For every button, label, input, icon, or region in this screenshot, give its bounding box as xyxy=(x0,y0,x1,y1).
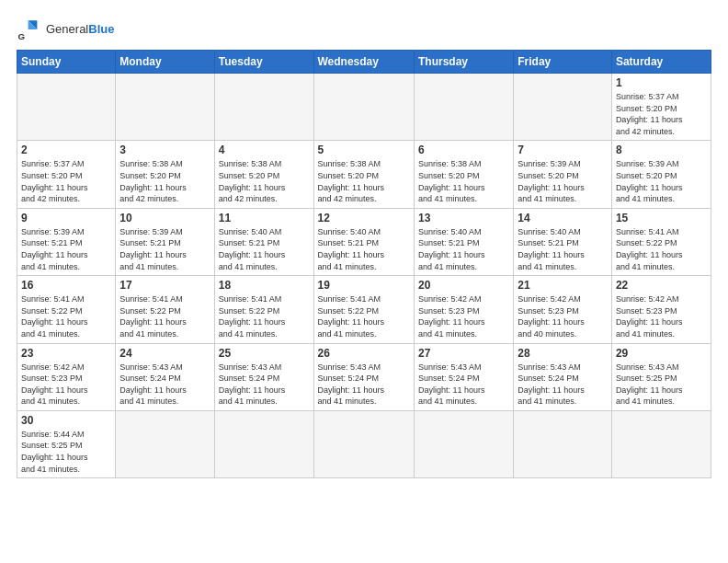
day-info: Sunrise: 5:41 AM Sunset: 5:22 PM Dayligh… xyxy=(616,226,707,272)
logo: G GeneralBlue xyxy=(17,17,114,42)
calendar-cell: 5Sunrise: 5:38 AM Sunset: 5:20 PM Daylig… xyxy=(313,141,414,208)
calendar-week-row: 9Sunrise: 5:39 AM Sunset: 5:21 PM Daylig… xyxy=(17,208,711,275)
calendar-cell: 21Sunrise: 5:42 AM Sunset: 5:23 PM Dayli… xyxy=(514,276,612,343)
calendar-cell xyxy=(514,74,612,141)
day-number: 30 xyxy=(21,414,111,427)
day-info: Sunrise: 5:39 AM Sunset: 5:20 PM Dayligh… xyxy=(616,158,707,204)
day-number: 9 xyxy=(21,212,111,224)
day-number: 28 xyxy=(518,347,608,360)
day-number: 23 xyxy=(21,347,111,360)
day-info: Sunrise: 5:38 AM Sunset: 5:20 PM Dayligh… xyxy=(219,158,310,204)
calendar-cell xyxy=(313,74,414,141)
calendar-cell: 4Sunrise: 5:38 AM Sunset: 5:20 PM Daylig… xyxy=(214,141,313,208)
calendar-cell: 8Sunrise: 5:39 AM Sunset: 5:20 PM Daylig… xyxy=(611,141,711,208)
day-number: 19 xyxy=(318,279,410,292)
day-info: Sunrise: 5:38 AM Sunset: 5:20 PM Dayligh… xyxy=(318,158,410,204)
day-info: Sunrise: 5:43 AM Sunset: 5:24 PM Dayligh… xyxy=(318,362,410,408)
calendar-cell: 7Sunrise: 5:39 AM Sunset: 5:20 PM Daylig… xyxy=(514,141,612,208)
logo-icon: G xyxy=(17,17,42,42)
day-info: Sunrise: 5:42 AM Sunset: 5:23 PM Dayligh… xyxy=(21,362,111,408)
calendar-cell xyxy=(514,410,612,477)
day-number: 20 xyxy=(418,279,509,292)
calendar-cell xyxy=(116,410,214,477)
day-number: 6 xyxy=(418,144,509,156)
day-info: Sunrise: 5:39 AM Sunset: 5:21 PM Dayligh… xyxy=(119,226,210,272)
page: G GeneralBlue Sunday Monday Tuesday Wedn… xyxy=(0,0,728,563)
day-number: 15 xyxy=(616,212,707,224)
day-number: 4 xyxy=(219,144,310,156)
day-number: 7 xyxy=(518,144,608,156)
calendar-cell: 17Sunrise: 5:41 AM Sunset: 5:22 PM Dayli… xyxy=(116,276,214,343)
calendar-cell xyxy=(214,74,313,141)
calendar-cell: 10Sunrise: 5:39 AM Sunset: 5:21 PM Dayli… xyxy=(116,208,214,275)
calendar-cell: 23Sunrise: 5:42 AM Sunset: 5:23 PM Dayli… xyxy=(17,343,116,410)
calendar-cell xyxy=(611,410,711,477)
day-info: Sunrise: 5:37 AM Sunset: 5:20 PM Dayligh… xyxy=(616,91,707,137)
calendar-header-row: Sunday Monday Tuesday Wednesday Thursday… xyxy=(17,51,711,74)
calendar-cell: 11Sunrise: 5:40 AM Sunset: 5:21 PM Dayli… xyxy=(214,208,313,275)
day-info: Sunrise: 5:43 AM Sunset: 5:25 PM Dayligh… xyxy=(616,362,707,408)
day-info: Sunrise: 5:40 AM Sunset: 5:21 PM Dayligh… xyxy=(418,226,509,272)
day-info: Sunrise: 5:39 AM Sunset: 5:20 PM Dayligh… xyxy=(518,158,608,204)
calendar-cell xyxy=(214,410,313,477)
calendar-cell: 6Sunrise: 5:38 AM Sunset: 5:20 PM Daylig… xyxy=(414,141,513,208)
calendar-cell: 24Sunrise: 5:43 AM Sunset: 5:24 PM Dayli… xyxy=(116,343,214,410)
day-number: 29 xyxy=(616,347,707,360)
day-number: 24 xyxy=(119,347,210,360)
calendar-cell: 13Sunrise: 5:40 AM Sunset: 5:21 PM Dayli… xyxy=(414,208,513,275)
calendar-cell: 22Sunrise: 5:42 AM Sunset: 5:23 PM Dayli… xyxy=(611,276,711,343)
calendar-cell xyxy=(17,74,116,141)
day-number: 16 xyxy=(21,279,111,292)
calendar-cell: 20Sunrise: 5:42 AM Sunset: 5:23 PM Dayli… xyxy=(414,276,513,343)
day-info: Sunrise: 5:43 AM Sunset: 5:24 PM Dayligh… xyxy=(119,362,210,408)
day-number: 8 xyxy=(616,144,707,156)
calendar-cell: 12Sunrise: 5:40 AM Sunset: 5:21 PM Dayli… xyxy=(313,208,414,275)
header-wednesday: Wednesday xyxy=(313,51,414,74)
day-number: 13 xyxy=(418,212,509,224)
calendar-week-row: 16Sunrise: 5:41 AM Sunset: 5:22 PM Dayli… xyxy=(17,276,711,343)
day-number: 2 xyxy=(21,144,111,156)
day-info: Sunrise: 5:43 AM Sunset: 5:24 PM Dayligh… xyxy=(418,362,509,408)
calendar-cell xyxy=(313,410,414,477)
calendar-cell: 16Sunrise: 5:41 AM Sunset: 5:22 PM Dayli… xyxy=(17,276,116,343)
calendar-week-row: 1Sunrise: 5:37 AM Sunset: 5:20 PM Daylig… xyxy=(17,74,711,141)
day-info: Sunrise: 5:38 AM Sunset: 5:20 PM Dayligh… xyxy=(418,158,509,204)
calendar-week-row: 2Sunrise: 5:37 AM Sunset: 5:20 PM Daylig… xyxy=(17,141,711,208)
svg-text:G: G xyxy=(17,31,25,41)
calendar-cell: 9Sunrise: 5:39 AM Sunset: 5:21 PM Daylig… xyxy=(17,208,116,275)
day-number: 1 xyxy=(616,76,707,89)
calendar-cell: 27Sunrise: 5:43 AM Sunset: 5:24 PM Dayli… xyxy=(414,343,513,410)
day-info: Sunrise: 5:43 AM Sunset: 5:24 PM Dayligh… xyxy=(518,362,608,408)
calendar-cell: 14Sunrise: 5:40 AM Sunset: 5:21 PM Dayli… xyxy=(514,208,612,275)
day-info: Sunrise: 5:40 AM Sunset: 5:21 PM Dayligh… xyxy=(318,226,410,272)
day-number: 27 xyxy=(418,347,509,360)
calendar-week-row: 23Sunrise: 5:42 AM Sunset: 5:23 PM Dayli… xyxy=(17,343,711,410)
calendar-week-row: 30Sunrise: 5:44 AM Sunset: 5:25 PM Dayli… xyxy=(17,410,711,477)
header-saturday: Saturday xyxy=(611,51,711,74)
calendar-cell xyxy=(414,74,513,141)
day-info: Sunrise: 5:44 AM Sunset: 5:25 PM Dayligh… xyxy=(21,429,111,475)
day-number: 3 xyxy=(119,144,210,156)
calendar-cell: 30Sunrise: 5:44 AM Sunset: 5:25 PM Dayli… xyxy=(17,410,116,477)
calendar-cell: 29Sunrise: 5:43 AM Sunset: 5:25 PM Dayli… xyxy=(611,343,711,410)
calendar-cell xyxy=(116,74,214,141)
calendar-cell: 25Sunrise: 5:43 AM Sunset: 5:24 PM Dayli… xyxy=(214,343,313,410)
day-number: 14 xyxy=(518,212,608,224)
day-info: Sunrise: 5:42 AM Sunset: 5:23 PM Dayligh… xyxy=(616,293,707,339)
day-number: 22 xyxy=(616,279,707,292)
day-info: Sunrise: 5:38 AM Sunset: 5:20 PM Dayligh… xyxy=(119,158,210,204)
day-info: Sunrise: 5:41 AM Sunset: 5:22 PM Dayligh… xyxy=(219,293,310,339)
calendar-cell: 18Sunrise: 5:41 AM Sunset: 5:22 PM Dayli… xyxy=(214,276,313,343)
day-info: Sunrise: 5:41 AM Sunset: 5:22 PM Dayligh… xyxy=(318,293,410,339)
day-info: Sunrise: 5:39 AM Sunset: 5:21 PM Dayligh… xyxy=(21,226,111,272)
header-friday: Friday xyxy=(514,51,612,74)
day-info: Sunrise: 5:43 AM Sunset: 5:24 PM Dayligh… xyxy=(219,362,310,408)
day-number: 10 xyxy=(119,212,210,224)
calendar: Sunday Monday Tuesday Wednesday Thursday… xyxy=(17,50,711,478)
day-number: 17 xyxy=(119,279,210,292)
calendar-cell: 26Sunrise: 5:43 AM Sunset: 5:24 PM Dayli… xyxy=(313,343,414,410)
header-tuesday: Tuesday xyxy=(214,51,313,74)
calendar-cell: 19Sunrise: 5:41 AM Sunset: 5:22 PM Dayli… xyxy=(313,276,414,343)
header-sunday: Sunday xyxy=(17,51,116,74)
day-info: Sunrise: 5:41 AM Sunset: 5:22 PM Dayligh… xyxy=(21,293,111,339)
